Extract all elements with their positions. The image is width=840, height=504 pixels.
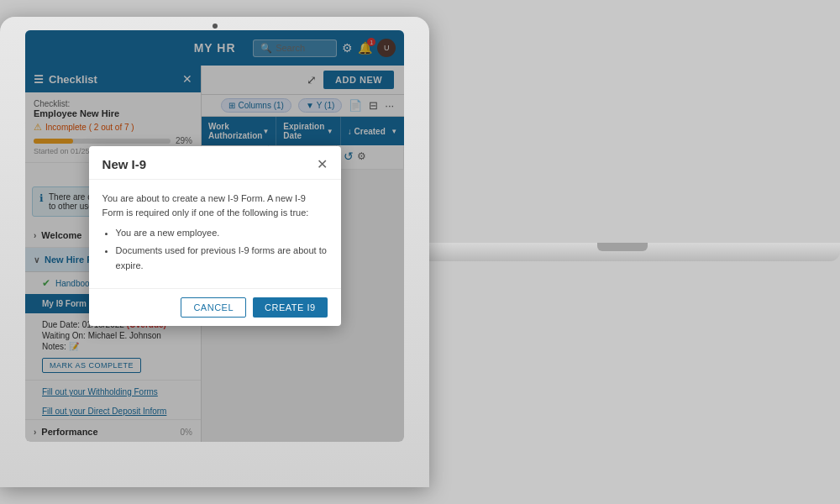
- laptop-notch: [597, 243, 648, 251]
- modal-intro-text: You are about to create a new I-9 Form. …: [202, 192, 328, 221]
- modal-close-button[interactable]: ✕: [317, 156, 328, 172]
- cancel-button[interactable]: CANCEL: [202, 297, 246, 318]
- main-content-area: ⤢ ADD NEW ⊞ Columns (1) ▼ Y (1): [202, 66, 404, 442]
- new-i9-modal: New I-9 ✕ You are about to create a new …: [202, 146, 341, 327]
- modal-bullet-1: You are a new employee.: [202, 226, 328, 241]
- create-i9-button[interactable]: CREATE I9: [253, 297, 328, 318]
- modal-body: You are about to create a new I-9 Form. …: [202, 180, 341, 289]
- modal-header: New I-9 ✕: [202, 146, 341, 180]
- modal-footer: CANCEL CREATE I9: [202, 288, 341, 326]
- modal-overlay: New I-9 ✕ You are about to create a new …: [202, 66, 404, 442]
- modal-bullet-2: Documents used for previous I-9 forms ar…: [202, 244, 328, 273]
- webcam: [213, 24, 218, 29]
